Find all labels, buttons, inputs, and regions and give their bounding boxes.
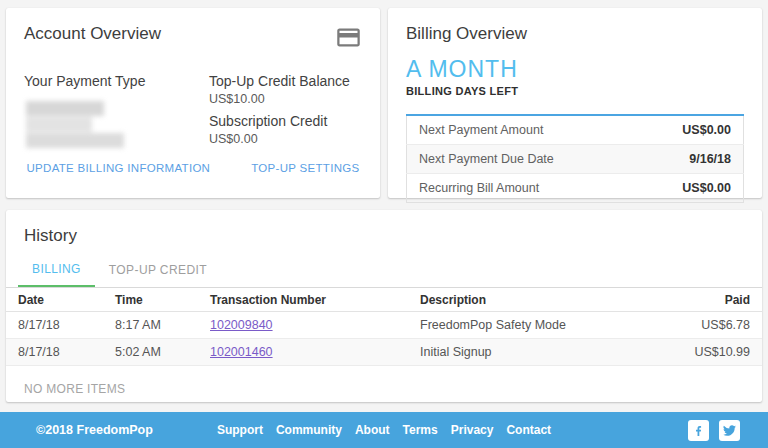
history-card: History BILLING TOP-UP CREDIT Date Time … (6, 210, 762, 402)
cell-paid: US$10.99 (672, 339, 762, 366)
billing-summary-table: Next Payment Amount US$0.00 Next Payment… (406, 114, 744, 203)
recurring-bill-label: Recurring Bill Amount (407, 174, 638, 203)
footer-links: Support Community About Terms Privacy Co… (217, 423, 551, 437)
history-header-row: Date Time Transaction Number Description… (6, 288, 762, 312)
footer-link-terms[interactable]: Terms (403, 423, 438, 437)
tab-billing[interactable]: BILLING (18, 262, 95, 287)
recurring-bill-value: US$0.00 (637, 174, 743, 203)
table-row: Recurring Bill Amount US$0.00 (407, 174, 744, 203)
account-overview-body: Your Payment Type Top-Up Credit Balance … (24, 73, 362, 153)
cell-description: Initial Signup (420, 339, 672, 366)
payment-type-label: Your Payment Type (24, 73, 204, 89)
social-buttons (688, 420, 740, 441)
history-title: History (6, 226, 762, 246)
history-tabs: BILLING TOP-UP CREDIT (6, 262, 762, 287)
billing-overview-card: Billing Overview A MONTH BILLING DAYS LE… (388, 8, 762, 198)
billing-period-value: A MONTH (406, 56, 744, 83)
subscription-credit-label: Subscription Credit (209, 113, 362, 129)
billing-overview-title: Billing Overview (406, 24, 744, 44)
account-actions: UPDATE BILLING INFORMATION TOP-UP SETTIN… (6, 162, 380, 174)
cell-date: 8/17/18 (6, 339, 115, 366)
col-header-time: Time (115, 288, 210, 312)
next-payment-due-value: 9/16/18 (637, 145, 743, 174)
update-billing-link[interactable]: UPDATE BILLING INFORMATION (27, 162, 211, 174)
footer-link-privacy[interactable]: Privacy (451, 423, 494, 437)
history-table: Date Time Transaction Number Description… (6, 287, 762, 366)
footer: ©2018 FreedomPop Support Community About… (0, 412, 768, 448)
table-row: Next Payment Due Date 9/16/18 (407, 145, 744, 174)
footer-link-support[interactable]: Support (217, 423, 263, 437)
account-overview-card: Account Overview Your Payment Type Top-U… (6, 8, 380, 198)
subscription-credit-value: US$0.00 (209, 132, 362, 146)
footer-link-community[interactable]: Community (276, 423, 342, 437)
account-overview-title: Account Overview (24, 24, 161, 44)
billing-days-left-label: BILLING DAYS LEFT (406, 85, 744, 97)
table-row: 8/17/18 5:02 AM 102001460 Initial Signup… (6, 339, 762, 366)
cell-time: 5:02 AM (115, 339, 210, 366)
tab-topup-credit[interactable]: TOP-UP CREDIT (95, 262, 221, 287)
top-row: Account Overview Your Payment Type Top-U… (0, 0, 768, 198)
col-header-transaction: Transaction Number (210, 288, 420, 312)
cell-description: FreedomPop Safety Mode (420, 312, 672, 339)
billing-page: Account Overview Your Payment Type Top-U… (0, 0, 768, 448)
next-payment-amount-label: Next Payment Amount (407, 115, 638, 145)
facebook-icon[interactable] (688, 420, 709, 441)
footer-link-contact[interactable]: Contact (506, 423, 551, 437)
cell-paid: US$6.78 (672, 312, 762, 339)
payment-type-section: Your Payment Type (24, 73, 204, 153)
table-row: Next Payment Amount US$0.00 (407, 115, 744, 145)
topup-settings-link[interactable]: TOP-UP SETTINGS (251, 162, 359, 174)
topup-balance-value: US$10.00 (209, 92, 362, 106)
credits-section: Top-Up Credit Balance US$10.00 Subscript… (204, 73, 362, 153)
credit-card-icon (335, 24, 362, 51)
col-header-description: Description (420, 288, 672, 312)
next-payment-due-label: Next Payment Due Date (407, 145, 638, 174)
col-header-paid: Paid (672, 288, 762, 312)
copyright-text: ©2018 FreedomPop (36, 423, 153, 437)
no-more-items-label: NO MORE ITEMS (6, 366, 762, 412)
cell-date: 8/17/18 (6, 312, 115, 339)
twitter-icon[interactable] (719, 420, 740, 441)
account-overview-header: Account Overview (24, 24, 362, 51)
next-payment-amount-value: US$0.00 (637, 115, 743, 145)
topup-balance-label: Top-Up Credit Balance (209, 73, 362, 89)
table-row: 8/17/18 8:17 AM 102009840 FreedomPop Saf… (6, 312, 762, 339)
footer-link-about[interactable]: About (355, 423, 390, 437)
transaction-link[interactable]: 102001460 (210, 345, 273, 359)
col-header-date: Date (6, 288, 115, 312)
cell-time: 8:17 AM (115, 312, 210, 339)
redacted-payment-method (24, 101, 134, 149)
transaction-link[interactable]: 102009840 (210, 318, 273, 332)
